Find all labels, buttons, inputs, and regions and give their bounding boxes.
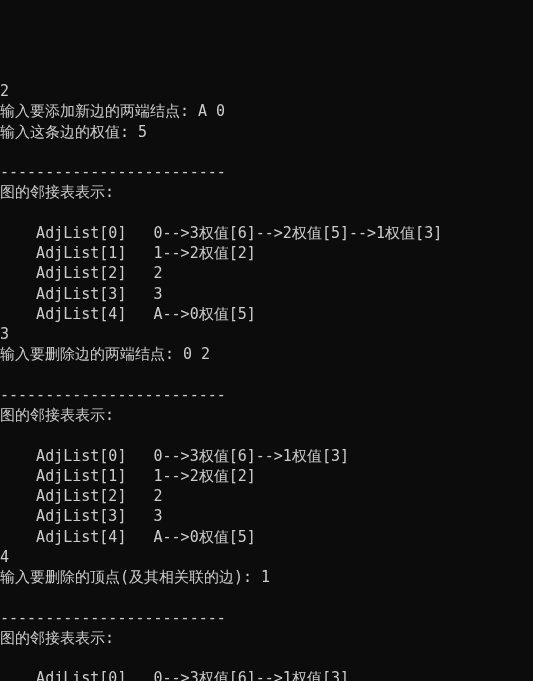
terminal-line: 输入要删除的顶点(及其相关联的边): 1 — [0, 567, 533, 587]
terminal-line: 输入这条边的权值: 5 — [0, 122, 533, 142]
terminal-line: AdjList[2] 2 — [0, 486, 533, 506]
terminal-line — [0, 365, 533, 385]
terminal-line: AdjList[3] 3 — [0, 506, 533, 526]
terminal-line: ------------------------- — [0, 385, 533, 405]
terminal-line: AdjList[0] 0-->3权值[6]-->1权值[3] — [0, 668, 533, 681]
terminal-line — [0, 425, 533, 445]
terminal-line: AdjList[4] A-->0权值[5] — [0, 527, 533, 547]
terminal-line: AdjList[1] 1-->2权值[2] — [0, 243, 533, 263]
terminal-line: ------------------------- — [0, 608, 533, 628]
terminal-line: 图的邻接表表示: — [0, 628, 533, 648]
terminal-line: 输入要删除边的两端结点: 0 2 — [0, 344, 533, 364]
terminal-line: ------------------------- — [0, 162, 533, 182]
terminal-line: 图的邻接表表示: — [0, 405, 533, 425]
terminal-line: AdjList[0] 0-->3权值[6]-->1权值[3] — [0, 446, 533, 466]
terminal-line — [0, 142, 533, 162]
terminal-line: 2 — [0, 81, 533, 101]
terminal-line: 图的邻接表表示: — [0, 182, 533, 202]
terminal-line: AdjList[3] 3 — [0, 284, 533, 304]
terminal-line: AdjList[1] 1-->2权值[2] — [0, 466, 533, 486]
terminal-output: 2输入要添加新边的两端结点: A 0输入这条边的权值: 5 ----------… — [0, 81, 533, 681]
terminal-line: AdjList[4] A-->0权值[5] — [0, 304, 533, 324]
terminal-line: AdjList[2] 2 — [0, 263, 533, 283]
terminal-line: AdjList[0] 0-->3权值[6]-->2权值[5]-->1权值[3] — [0, 223, 533, 243]
terminal-line — [0, 587, 533, 607]
terminal-line: 3 — [0, 324, 533, 344]
terminal-line: 4 — [0, 547, 533, 567]
terminal-line: 输入要添加新边的两端结点: A 0 — [0, 101, 533, 121]
terminal-line — [0, 203, 533, 223]
terminal-line — [0, 648, 533, 668]
